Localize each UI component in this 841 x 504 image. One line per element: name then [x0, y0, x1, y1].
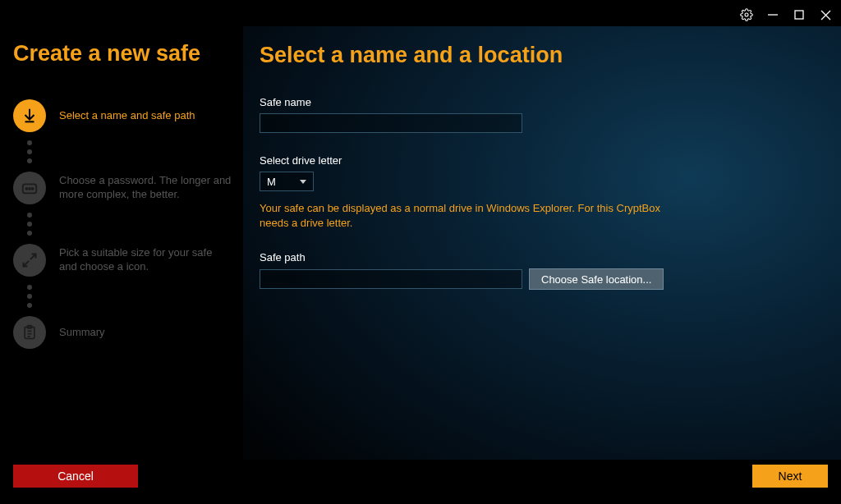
step-label: Select a name and safe path	[59, 109, 195, 123]
drive-help-text: Your safe can be displayed as a normal d…	[260, 201, 670, 230]
drive-letter-block: Select drive letter M Your safe can be d…	[260, 154, 818, 230]
cancel-button[interactable]: Cancel	[13, 465, 138, 488]
page-heading: Select a name and a location	[260, 43, 818, 68]
download-icon	[13, 99, 46, 132]
password-icon	[13, 172, 46, 204]
safe-name-block: Safe name	[260, 96, 818, 133]
safe-path-input[interactable]	[260, 269, 522, 289]
svg-point-8	[25, 188, 27, 190]
resize-icon	[13, 244, 46, 277]
step-summary[interactable]: Summary	[13, 316, 232, 349]
close-icon[interactable]	[818, 7, 833, 22]
maximize-icon[interactable]	[792, 7, 807, 22]
step-label: Pick a suitable size for your safe and c…	[59, 246, 232, 274]
step-password[interactable]: Choose a password. The longer and more c…	[13, 172, 232, 204]
step-separator	[27, 140, 232, 163]
clipboard-icon	[13, 316, 46, 349]
minimize-icon[interactable]	[765, 7, 780, 22]
safe-name-label: Safe name	[260, 96, 818, 108]
step-size[interactable]: Pick a suitable size for your safe and c…	[13, 244, 232, 277]
wizard-sidebar: Create a new safe Select a name and safe…	[0, 26, 243, 504]
drive-letter-value: M	[267, 176, 276, 188]
svg-point-9	[29, 188, 30, 190]
drive-letter-label: Select drive letter	[260, 154, 818, 167]
choose-location-button[interactable]: Choose Safe location...	[529, 268, 664, 290]
svg-rect-2	[795, 11, 803, 19]
step-label: Summary	[59, 326, 105, 340]
wizard-main: Select a name and a location Safe name S…	[243, 26, 841, 460]
step-label: Choose a password. The longer and more c…	[59, 174, 232, 202]
safe-path-label: Safe path	[260, 251, 818, 263]
app-window: Create a new safe Select a name and safe…	[0, 0, 841, 504]
step-name-path[interactable]: Select a name and safe path	[13, 99, 232, 132]
safe-name-input[interactable]	[260, 113, 522, 133]
gear-icon[interactable]	[739, 7, 754, 22]
svg-point-0	[745, 13, 748, 16]
titlebar	[739, 0, 841, 26]
chevron-down-icon	[300, 180, 306, 184]
wizard-steps: Select a name and safe path Choose a pas…	[13, 99, 232, 349]
svg-point-10	[32, 188, 34, 190]
step-separator	[27, 213, 232, 236]
safe-path-block: Safe path Choose Safe location...	[260, 251, 818, 290]
step-separator	[27, 285, 232, 308]
wizard-footer: Cancel Next	[0, 460, 841, 504]
drive-letter-select[interactable]: M	[260, 172, 314, 191]
sidebar-title: Create a new safe	[13, 41, 232, 66]
next-button[interactable]: Next	[752, 465, 828, 488]
